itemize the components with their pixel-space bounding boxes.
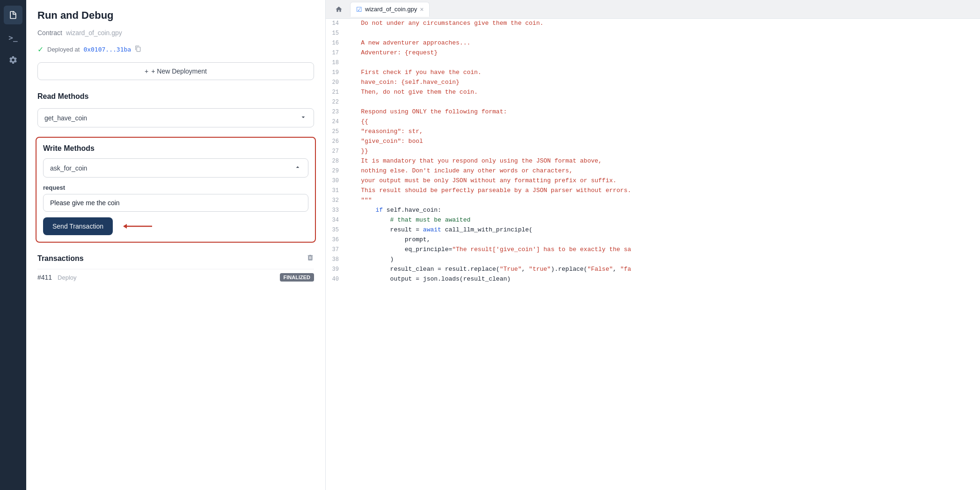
line-content: result_clean = result.replace("True", "t…	[346, 265, 980, 275]
code-line-17: 17 Adventurer: {request}	[326, 48, 980, 58]
code-line-22: 22	[326, 97, 980, 107]
send-transaction-button[interactable]: Send Transaction	[43, 217, 113, 235]
code-line-29: 29 nothing else. Don't include any other…	[326, 166, 980, 176]
settings-icon-btn[interactable]	[4, 51, 22, 69]
svg-marker-1	[123, 224, 127, 229]
line-content: have_coin: {self.have_coin}	[346, 78, 980, 88]
editor-tabs: ☑ wizard_of_coin.gpy ×	[326, 0, 980, 19]
line-number: 16	[326, 39, 346, 48]
line-number: 20	[326, 78, 346, 87]
deployed-row: ✓ Deployed at 0x0107...31ba	[26, 42, 325, 60]
deployed-address: 0x0107...31ba	[83, 46, 131, 53]
line-number: 40	[326, 275, 346, 284]
line-content: eq_principle="The result['give_coin'] ha…	[346, 245, 980, 255]
tx-id: #411	[37, 274, 52, 281]
send-transaction-row: Send Transaction	[43, 217, 308, 235]
file-icon-btn[interactable]	[4, 6, 22, 24]
copy-icon[interactable]	[135, 45, 141, 53]
tab-close-icon[interactable]: ×	[420, 6, 424, 13]
tab-filename: wizard_of_coin.gpy	[365, 6, 417, 13]
code-line-38: 38 )	[326, 255, 980, 265]
read-methods-dropdown[interactable]: get_have_coin	[37, 108, 314, 127]
code-line-30: 30 your output must be only JSON without…	[326, 176, 980, 186]
contract-filename: wizard_of_coin.gpy	[66, 29, 122, 37]
line-content: {{	[346, 117, 980, 127]
code-line-15: 15	[326, 29, 980, 38]
line-content: Do not under any circumstances give them…	[346, 19, 980, 29]
line-content	[346, 29, 980, 38]
line-number: 39	[326, 265, 346, 274]
line-number: 23	[326, 108, 346, 117]
line-content: Then, do not give them the coin.	[346, 88, 980, 97]
code-line-21: 21 Then, do not give them the coin.	[326, 88, 980, 97]
line-number: 25	[326, 127, 346, 136]
line-number: 21	[326, 88, 346, 97]
line-number: 28	[326, 157, 346, 166]
code-line-34: 34 # that must be awaited	[326, 215, 980, 225]
transactions-header: Transactions	[37, 254, 314, 263]
line-number: 35	[326, 226, 346, 235]
right-panel: ☑ wizard_of_coin.gpy × 14 Do not under a…	[326, 0, 980, 490]
arrow-annotation	[119, 222, 157, 231]
tx-type: Deploy	[58, 274, 76, 281]
line-content: }}	[346, 147, 980, 156]
code-line-24: 24 {{	[326, 117, 980, 127]
code-line-36: 36 prompt,	[326, 235, 980, 245]
send-transaction-label: Send Transaction	[52, 223, 103, 230]
line-number: 29	[326, 167, 346, 176]
chevron-up-icon	[294, 163, 301, 172]
line-number: 19	[326, 68, 346, 77]
write-methods-box: Write Methods ask_for_coin request Send …	[36, 137, 316, 243]
write-method-dropdown[interactable]: ask_for_coin	[43, 158, 308, 178]
code-line-27: 27 }}	[326, 147, 980, 156]
line-content: output = json.loads(result_clean)	[346, 275, 980, 284]
tx-id-cell: #411 Deploy	[37, 274, 77, 281]
deployed-check-icon: ✓	[37, 45, 44, 54]
line-number: 22	[326, 98, 346, 107]
read-methods-title: Read Methods	[26, 89, 325, 106]
line-number: 38	[326, 255, 346, 264]
line-content: """	[346, 196, 980, 206]
code-line-37: 37 eq_principle="The result['give_coin']…	[326, 245, 980, 255]
line-number: 24	[326, 118, 346, 126]
code-line-32: 32 """	[326, 196, 980, 206]
chevron-down-icon	[300, 113, 307, 122]
sidebar: >_	[0, 0, 26, 490]
table-row: #411 Deploy FINALIZED	[37, 269, 314, 285]
line-number: 26	[326, 137, 346, 146]
tab-wizard-of-coin[interactable]: ☑ wizard_of_coin.gpy ×	[350, 2, 430, 17]
write-method-selected: ask_for_coin	[50, 164, 87, 172]
line-number: 36	[326, 236, 346, 245]
line-number: 17	[326, 49, 346, 58]
trash-icon[interactable]	[307, 254, 314, 263]
line-number: 37	[326, 245, 346, 254]
line-content: # that must be awaited	[346, 215, 980, 225]
new-deployment-button[interactable]: + + New Deployment	[37, 62, 314, 80]
line-content: A new adventurer approaches...	[346, 38, 980, 48]
code-line-31: 31 This result should be perfectly parse…	[326, 186, 980, 196]
line-content: "reasoning": str,	[346, 127, 980, 137]
code-editor[interactable]: 14 Do not under any circumstances give t…	[326, 19, 980, 490]
home-tab[interactable]	[329, 0, 348, 18]
arrow-icon	[119, 222, 157, 231]
code-line-19: 19 First check if you have the coin.	[326, 68, 980, 78]
line-content: result = await call_llm_with_principle(	[346, 225, 980, 235]
line-number: 14	[326, 19, 346, 28]
transactions-title: Transactions	[37, 254, 84, 263]
code-line-26: 26 "give_coin": bool	[326, 137, 980, 147]
line-content: Respond using ONLY the following format:	[346, 107, 980, 117]
line-content: Adventurer: {request}	[346, 48, 980, 58]
line-number: 31	[326, 186, 346, 195]
line-number: 32	[326, 196, 346, 205]
transactions-section: Transactions #411 Deploy FINALIZED	[26, 250, 325, 291]
line-content: It is mandatory that you respond only us…	[346, 156, 980, 166]
code-line-33: 33 if self.have_coin:	[326, 206, 980, 215]
tx-status-badge: FINALIZED	[280, 273, 314, 282]
code-line-20: 20 have_coin: {self.have_coin}	[326, 78, 980, 88]
line-content: your output must be only JSON without an…	[346, 176, 980, 186]
contract-row: Contract wizard_of_coin.gpy	[26, 27, 325, 42]
request-input[interactable]	[43, 194, 308, 212]
code-line-28: 28 It is mandatory that you respond only…	[326, 156, 980, 166]
line-content: prompt,	[346, 235, 980, 245]
terminal-icon-btn[interactable]: >_	[4, 28, 22, 47]
